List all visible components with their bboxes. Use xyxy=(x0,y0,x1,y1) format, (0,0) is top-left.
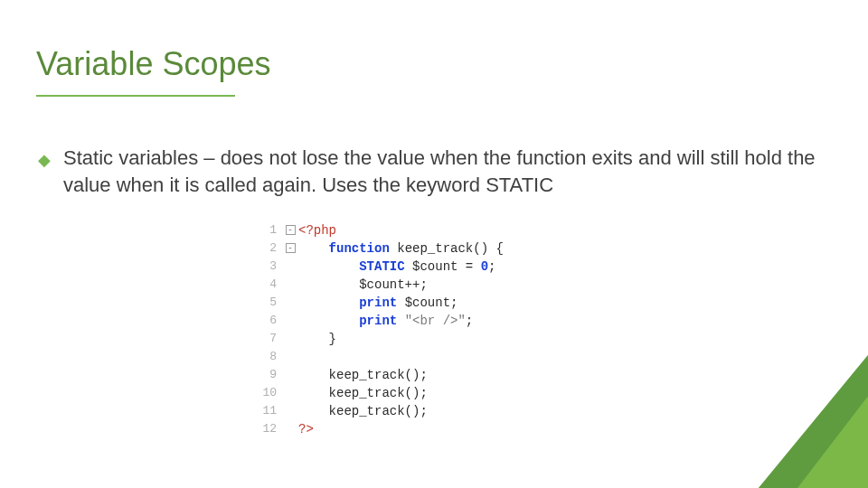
code-line: 6 print "<br />"; xyxy=(253,312,615,330)
bullet-text: Static variables – does not lose the val… xyxy=(63,145,832,198)
line-number: 3 xyxy=(253,258,282,276)
code-text: $count++; xyxy=(298,276,428,294)
fold-minus-icon: - xyxy=(286,225,296,235)
line-number: 8 xyxy=(253,348,282,366)
code-text: } xyxy=(298,330,336,348)
line-number: 12 xyxy=(253,420,282,438)
code-text: keep_track(); xyxy=(298,402,428,420)
code-line: 3 STATIC $count = 0; xyxy=(253,258,615,276)
line-number: 6 xyxy=(253,312,282,330)
code-text: <?php xyxy=(298,221,336,239)
code-line: 7 } xyxy=(253,330,615,348)
line-number: 4 xyxy=(253,276,282,294)
line-number: 2 xyxy=(253,239,282,258)
code-line: 5 print $count; xyxy=(253,294,615,312)
line-number: 10 xyxy=(253,384,282,402)
decorative-corner-graphic xyxy=(597,217,868,488)
title-underline xyxy=(36,95,235,97)
code-text: print $count; xyxy=(298,294,458,312)
line-number: 1 xyxy=(253,221,282,239)
code-line: 10 keep_track(); xyxy=(253,384,615,402)
fold-gutter: - xyxy=(282,239,298,258)
code-text: ?> xyxy=(298,420,314,438)
bullet-arrow-icon: ◆ xyxy=(38,150,51,170)
code-line: 9 keep_track(); xyxy=(253,366,615,384)
fold-minus-icon: - xyxy=(286,243,296,253)
code-text: function keep_track() { xyxy=(298,239,504,258)
code-line: 8 xyxy=(253,348,615,366)
code-line: 2- function keep_track() { xyxy=(253,239,615,258)
code-line: 1-<?php xyxy=(253,221,615,239)
code-text: STATIC $count = 0; xyxy=(298,258,495,276)
code-text: keep_track(); xyxy=(298,384,428,402)
line-number: 9 xyxy=(253,366,282,384)
code-block: 1-<?php2- function keep_track() {3 STATI… xyxy=(253,221,615,438)
code-text: keep_track(); xyxy=(298,366,428,384)
code-text: print "<br />"; xyxy=(298,312,473,330)
slide: Variable Scopes ◆ Static variables – doe… xyxy=(0,0,868,488)
code-line: 12?> xyxy=(253,420,615,438)
line-number: 5 xyxy=(253,294,282,312)
code-line: 4 $count++; xyxy=(253,276,615,294)
line-number: 7 xyxy=(253,330,282,348)
line-number: 11 xyxy=(253,402,282,420)
code-line: 11 keep_track(); xyxy=(253,402,615,420)
slide-title: Variable Scopes xyxy=(36,45,271,83)
fold-gutter: - xyxy=(282,221,298,239)
